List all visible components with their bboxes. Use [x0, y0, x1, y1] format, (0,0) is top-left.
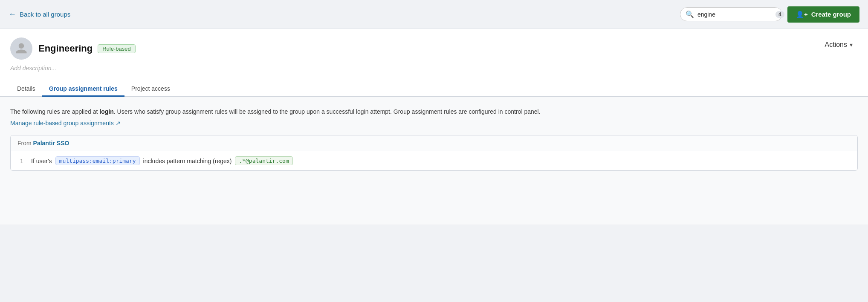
rules-info-text: The following rules are applied at login…	[10, 107, 858, 116]
main-content: Engineering Rule-based Actions ▾ Add des…	[0, 29, 868, 224]
search-input[interactable]	[697, 11, 772, 18]
search-icon: 🔍	[686, 10, 694, 18]
sso-rule-card: From Palantir SSO 1 If user's multipass:…	[10, 135, 858, 171]
actions-button[interactable]: Actions ▾	[820, 37, 858, 52]
tab-details[interactable]: Details	[10, 82, 42, 97]
rule-number: 1	[17, 158, 26, 164]
info-prefix: The following rules are applied at	[10, 108, 99, 115]
sso-source-name: Palantir SSO	[33, 140, 69, 147]
tab-content: The following rules are applied at login…	[0, 97, 868, 224]
create-group-label: Create group	[811, 11, 851, 18]
sso-source-prefix: From	[17, 140, 33, 147]
rule-based-badge: Rule-based	[98, 44, 136, 53]
rule-pattern-tag: .*@palantir.com	[235, 156, 292, 165]
rule-prefix: If user's	[31, 158, 52, 164]
rule-middle: includes pattern matching (regex)	[143, 158, 232, 164]
group-title-area: Engineering Rule-based	[38, 43, 136, 54]
search-result-count: 4	[775, 11, 784, 18]
top-bar: ← Back to all groups 🔍 4 👤+ Create group	[0, 0, 868, 29]
rule-attribute-tag: multipass:email:primary	[55, 156, 140, 165]
rule-text: If user's multipass:email:primary includ…	[31, 156, 293, 165]
tab-project-access[interactable]: Project access	[124, 82, 177, 97]
sso-card-header: From Palantir SSO	[11, 135, 857, 151]
info-suffix: . Users who satisfy group assignment rul…	[114, 108, 541, 115]
group-name: Engineering	[38, 43, 93, 54]
chevron-down-icon: ▾	[850, 41, 853, 48]
description-placeholder: Add description...	[10, 65, 56, 72]
actions-label: Actions	[825, 41, 847, 49]
group-header-left: Engineering Rule-based	[10, 37, 136, 60]
group-avatar	[10, 37, 32, 60]
back-arrow-icon: ←	[9, 10, 16, 19]
group-header: Engineering Rule-based Actions ▾	[0, 29, 868, 60]
tabs: Details Group assignment rules Project a…	[0, 75, 868, 97]
create-group-button[interactable]: 👤+ Create group	[787, 6, 859, 23]
back-link-label: Back to all groups	[20, 11, 70, 18]
info-bold: login	[99, 108, 113, 115]
create-group-icon: 👤+	[796, 11, 808, 18]
back-to-groups-link[interactable]: ← Back to all groups	[9, 10, 70, 19]
table-row: 1 If user's multipass:email:primary incl…	[11, 151, 857, 170]
group-description[interactable]: Add description...	[0, 60, 868, 72]
manage-rule-based-link[interactable]: Manage rule-based group assignments ↗	[10, 120, 121, 127]
top-bar-right: 🔍 4 👤+ Create group	[680, 6, 859, 23]
group-avatar-icon	[15, 42, 28, 55]
group-title-row: Engineering Rule-based	[38, 43, 136, 54]
tab-group-assignment-rules[interactable]: Group assignment rules	[42, 82, 124, 97]
search-box: 🔍 4	[680, 7, 782, 21]
